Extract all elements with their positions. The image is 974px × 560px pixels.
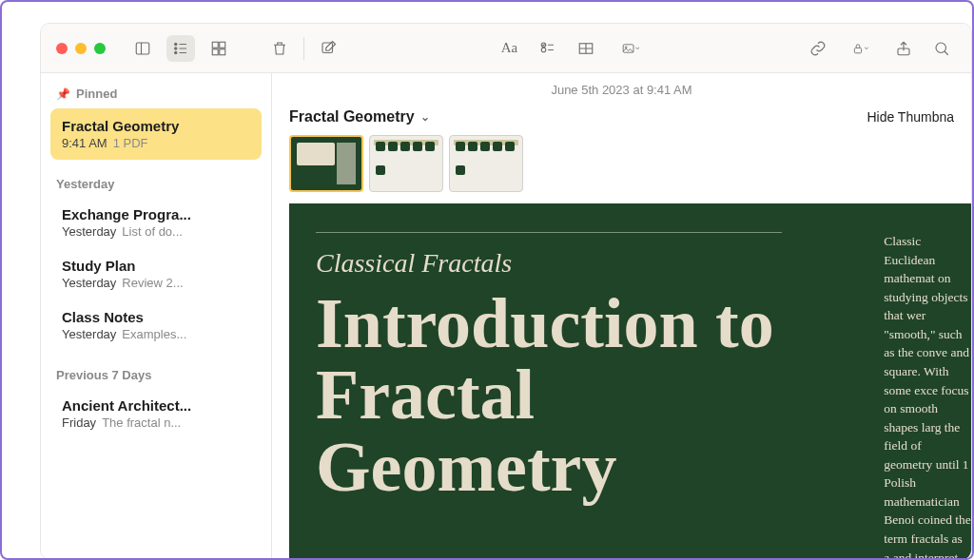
- pdf-thumbnail-1[interactable]: [289, 135, 363, 192]
- traffic-lights: [56, 43, 106, 54]
- delete-button[interactable]: [265, 35, 294, 62]
- maximize-window[interactable]: [94, 43, 106, 54]
- document-header: Fractal Geometry ⌄ Hide Thumbna: [272, 106, 971, 135]
- pdf-body-text: Classic Euclidean mathemat on studying o…: [878, 203, 971, 559]
- close-window[interactable]: [56, 43, 68, 54]
- pdf-viewer[interactable]: Classical Fractals Introduction to Fract…: [289, 203, 971, 559]
- chevron-down-icon: ⌄: [420, 110, 430, 124]
- compose-button[interactable]: [314, 35, 342, 62]
- svg-rect-0: [136, 43, 149, 54]
- pdf-thumbnail-2[interactable]: [369, 135, 443, 192]
- note-title: Exchange Progra...: [62, 206, 250, 222]
- table-button[interactable]: [572, 35, 600, 62]
- group-prev7: Previous 7 Days: [41, 351, 271, 388]
- sidebar-toggle[interactable]: [128, 35, 157, 62]
- note-title: Class Notes: [62, 309, 250, 325]
- minimize-window[interactable]: [75, 43, 87, 54]
- note-item[interactable]: Study Plan YesterdayReview 2...: [50, 248, 262, 299]
- checklist-button[interactable]: [534, 35, 562, 62]
- note-meta: FridayThe fractal n...: [62, 415, 250, 430]
- svg-point-24: [936, 43, 946, 53]
- note-meta: 9:41 AM1 PDF: [62, 136, 250, 150]
- svg-point-3: [175, 47, 177, 48]
- svg-rect-11: [220, 48, 225, 54]
- note-title: Study Plan: [62, 258, 250, 274]
- svg-rect-22: [854, 48, 861, 52]
- format-text-button[interactable]: Aa: [496, 35, 524, 62]
- svg-line-25: [945, 51, 948, 55]
- svg-point-4: [175, 51, 177, 53]
- pin-icon: 📌: [56, 87, 70, 101]
- document-title-dropdown[interactable]: Fractal Geometry ⌄: [289, 108, 430, 126]
- pdf-thumbnail-3[interactable]: [449, 135, 523, 192]
- svg-rect-12: [322, 43, 333, 53]
- pdf-heading: Introduction to Fractal Geometry: [316, 288, 849, 503]
- share-button[interactable]: [889, 35, 918, 62]
- link-button[interactable]: [804, 35, 832, 62]
- note-title: Fractal Geometry: [62, 118, 250, 134]
- list-view-button[interactable]: [166, 35, 195, 62]
- pdf-thumbnails: [272, 135, 971, 203]
- app-window: Aa 📌 Pinned Fractal Geometry 9:41 AM1 PD…: [40, 23, 972, 560]
- gallery-view-button[interactable]: [205, 35, 233, 62]
- document-title: Fractal Geometry: [289, 108, 415, 126]
- note-meta: YesterdayList of do...: [62, 224, 250, 239]
- svg-rect-9: [220, 42, 225, 48]
- svg-point-2: [175, 43, 177, 45]
- hide-thumbnails-button[interactable]: Hide Thumbna: [867, 109, 954, 125]
- note-meta: YesterdayExamples...: [62, 327, 250, 341]
- svg-rect-8: [212, 42, 218, 48]
- notes-sidebar: 📌 Pinned Fractal Geometry 9:41 AM1 PDF Y…: [41, 73, 272, 559]
- lock-button[interactable]: [842, 35, 880, 62]
- group-yesterday: Yesterday: [41, 160, 271, 197]
- main-pane: June 5th 2023 at 9:41 AM Fractal Geometr…: [272, 73, 971, 559]
- note-item-pinned[interactable]: Fractal Geometry 9:41 AM1 PDF: [50, 108, 262, 160]
- toolbar: Aa: [41, 24, 971, 73]
- pdf-subheading: Classical Fractals: [316, 248, 849, 279]
- note-item[interactable]: Ancient Architect... FridayThe fractal n…: [50, 388, 262, 439]
- pinned-header: 📌 Pinned: [41, 83, 271, 108]
- media-button[interactable]: [610, 35, 652, 62]
- pinned-label: Pinned: [76, 87, 117, 101]
- note-meta: YesterdayReview 2...: [62, 276, 250, 290]
- divider: [303, 37, 304, 60]
- note-item[interactable]: Exchange Progra... YesterdayList of do..…: [50, 197, 262, 248]
- svg-point-16: [541, 48, 546, 52]
- svg-rect-10: [212, 48, 218, 54]
- pdf-page-left: Classical Fractals Introduction to Fract…: [289, 203, 878, 559]
- note-item[interactable]: Class Notes YesterdayExamples...: [50, 299, 262, 351]
- note-title: Ancient Architect...: [62, 397, 250, 414]
- note-date: June 5th 2023 at 9:41 AM: [272, 73, 971, 106]
- content-area: 📌 Pinned Fractal Geometry 9:41 AM1 PDF Y…: [41, 73, 971, 559]
- search-button[interactable]: [927, 35, 956, 62]
